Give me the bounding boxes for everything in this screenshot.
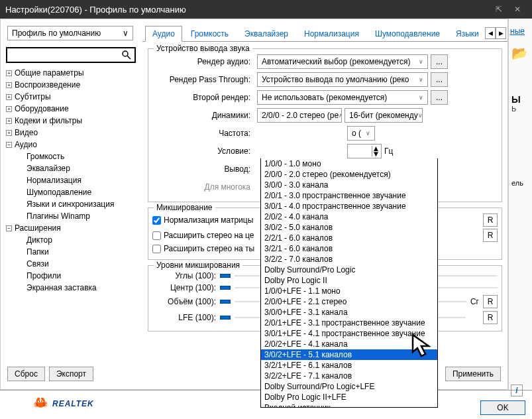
dropdown-option[interactable]: 3/2/2+LFE - 7.1 каналов: [261, 371, 437, 381]
dropdown-option[interactable]: 2/0/2+LFE - 4.1 канала: [261, 339, 437, 349]
export-button[interactable]: Экспорт: [49, 367, 93, 381]
dropdown-option[interactable]: 2/0/0 - 2.0 стерео (рекомендуется): [261, 169, 437, 180]
dropdown-option[interactable]: 3/0/2 - 5.0 каналов: [261, 222, 437, 233]
tab-noise[interactable]: Шумоподавление: [368, 26, 447, 41]
select-bitdepth[interactable]: 16-бит (рекоменду∨: [345, 108, 423, 123]
dropdown-option[interactable]: 3/0/2+LFE - 5.1 каналов: [261, 349, 437, 360]
check-expand-rear[interactable]: [152, 245, 161, 253]
check-normalize[interactable]: [152, 216, 161, 225]
check-normalize-label: Нормализация матрицы: [164, 215, 253, 225]
slider-center[interactable]: [220, 286, 231, 290]
expand-icon[interactable]: +: [6, 130, 12, 136]
tree-child[interactable]: Нормализация: [18, 174, 136, 186]
dropdown-option[interactable]: Dolby Pro Logic II: [261, 275, 437, 286]
label-cond: Условие:: [152, 147, 254, 156]
profile-select[interactable]: Профиль по умолчанию ∨: [7, 26, 133, 40]
tree-node[interactable]: +Оборудование: [6, 103, 136, 115]
second-more-button[interactable]: ...: [431, 90, 448, 105]
dropdown-option[interactable]: Dolby Surround/Pro Logic+LFE: [261, 381, 437, 392]
expand-icon[interactable]: +: [6, 118, 12, 124]
dropdown-option[interactable]: 2/0/1+LFE - 3.1 пространственное звучани…: [261, 318, 437, 328]
tree-child[interactable]: Профили: [18, 270, 136, 282]
tree-node[interactable]: +Субтитры: [6, 91, 136, 103]
expand-icon[interactable]: +: [6, 106, 12, 112]
render-more-button[interactable]: ...: [431, 54, 448, 69]
info-icon[interactable]: i: [511, 385, 523, 396]
dropdown-option[interactable]: 3/2/1 - 6.0 каналов: [261, 243, 437, 254]
dropdown-option[interactable]: 3/0/1+LFE - 4.1 пространственное звучани…: [261, 328, 437, 339]
dropdown-option[interactable]: 3/0/0 - 3.0 канала: [261, 180, 437, 190]
tree-child[interactable]: Громкость: [18, 150, 136, 162]
tree-child[interactable]: Плагины Winamp: [18, 210, 136, 222]
tab-audio[interactable]: Аудио: [145, 26, 182, 42]
slider-volume[interactable]: [220, 300, 231, 304]
dropdown-option[interactable]: 1/0/0+LFE - 1.1 моно: [261, 286, 437, 296]
dropdown-option[interactable]: 3/0/0+LFE - 3.1 канала: [261, 307, 437, 318]
r-button-4[interactable]: R: [483, 311, 498, 324]
tree-child[interactable]: Экранная заставка: [18, 282, 136, 294]
r-button-3[interactable]: R: [483, 295, 498, 308]
expand-icon[interactable]: +: [6, 82, 12, 88]
tab-volume[interactable]: Громкость: [184, 26, 236, 41]
dropdown-option[interactable]: 2/2/1 - 6.0 каналов: [261, 233, 437, 243]
check-expand-center[interactable]: [152, 231, 161, 240]
dropdown-option[interactable]: Входной источник: [261, 402, 437, 408]
slider-angles[interactable]: [220, 274, 231, 278]
dropdown-option[interactable]: 2/0/1 - 3.0 пространственное звучание: [261, 190, 437, 201]
tab-equalizer[interactable]: Эквалайзер: [237, 26, 295, 41]
select-pass[interactable]: Устройство вывода по умолчанию (реко∨: [257, 72, 428, 87]
dropdown-option[interactable]: 1/0/0 - 1.0 моно: [261, 158, 437, 169]
partial-bold: Ы: [509, 94, 532, 105]
partial-link[interactable]: ные: [509, 19, 532, 44]
tree-node[interactable]: +Видео: [6, 127, 136, 139]
tree-node[interactable]: +Кодеки и фильтры: [6, 115, 136, 127]
slider-angles-label: Углы (100):: [152, 271, 216, 280]
tree-node[interactable]: +Воспроизведение: [6, 79, 136, 91]
ok-button[interactable]: OK: [480, 400, 525, 415]
tree-child[interactable]: Языки и синхронизация: [18, 198, 136, 210]
dropdown-option[interactable]: 3/2/1+LFE - 6.1 каналов: [261, 360, 437, 371]
pass-more-button[interactable]: ...: [431, 72, 448, 87]
background-window: ные 📂 Ы Ь ель: [508, 19, 532, 390]
dropdown-option[interactable]: 2/0/2 - 4.0 канала: [261, 211, 437, 222]
tree-child[interactable]: Связи: [18, 258, 136, 270]
speakers-dropdown[interactable]: 1/0/0 - 1.0 моно2/0/0 - 2.0 стерео (реко…: [260, 158, 438, 408]
select-second[interactable]: Не использовать (рекомендуется)∨: [257, 90, 428, 105]
tree-node[interactable]: +Общие параметры: [6, 67, 136, 79]
dropdown-option[interactable]: Dolby Pro Logic II+LFE: [261, 392, 437, 402]
tab-scroll-right[interactable]: ▶: [496, 27, 506, 39]
select-render[interactable]: Автоматический выбор (рекомендуется)∨: [257, 54, 428, 69]
expand-icon[interactable]: +: [6, 94, 12, 100]
close-icon[interactable]: ✕: [508, 5, 527, 14]
slider-lfe[interactable]: [220, 316, 231, 320]
expand-icon[interactable]: −: [6, 142, 12, 148]
tree-child[interactable]: Шумоподавление: [18, 186, 136, 198]
settings-tree[interactable]: +Общие параметры+Воспроизведение+Субтитр…: [6, 67, 136, 294]
tab-scroll-left[interactable]: ◀: [485, 27, 496, 39]
freq-spinner[interactable]: ▲▼: [347, 144, 382, 158]
tab-normalization[interactable]: Нормализация: [297, 26, 366, 41]
tree-child[interactable]: Эквалайзер: [18, 162, 136, 174]
tab-languages[interactable]: Языки: [449, 26, 486, 41]
dropdown-option[interactable]: Dolby Surround/Pro Logic: [261, 265, 437, 275]
dropdown-option[interactable]: 2/0/0+LFE - 2.1 стерео: [261, 296, 437, 307]
dropdown-option[interactable]: 3/2/2 - 7.0 каналов: [261, 254, 437, 265]
reset-button[interactable]: Сброс: [7, 367, 45, 381]
chevron-up-icon: ∧: [339, 112, 342, 119]
tree-node[interactable]: −Расширения: [6, 222, 136, 234]
dropdown-option[interactable]: 3/0/1 - 4.0 пространственное звучание: [261, 201, 437, 211]
folder-icon: 📂: [509, 45, 532, 61]
select-freq[interactable]: о (∨: [347, 126, 375, 141]
tree-node[interactable]: −Аудио: [6, 139, 136, 150]
expand-icon[interactable]: +: [6, 70, 12, 76]
expand-icon[interactable]: −: [6, 225, 12, 231]
r-button-2[interactable]: R: [483, 229, 498, 242]
search-input[interactable]: [6, 47, 136, 63]
apply-button[interactable]: Применить: [445, 367, 501, 381]
tree-child[interactable]: Папки: [18, 246, 136, 258]
output-group-title: Устройство вывода звука: [154, 44, 252, 53]
r-button-1[interactable]: R: [483, 213, 498, 227]
pin-icon[interactable]: ⇱: [490, 5, 508, 14]
tree-child[interactable]: Диктор: [18, 234, 136, 246]
select-speakers[interactable]: 2/0/0 - 2.0 стерео (ре∧: [257, 108, 342, 123]
